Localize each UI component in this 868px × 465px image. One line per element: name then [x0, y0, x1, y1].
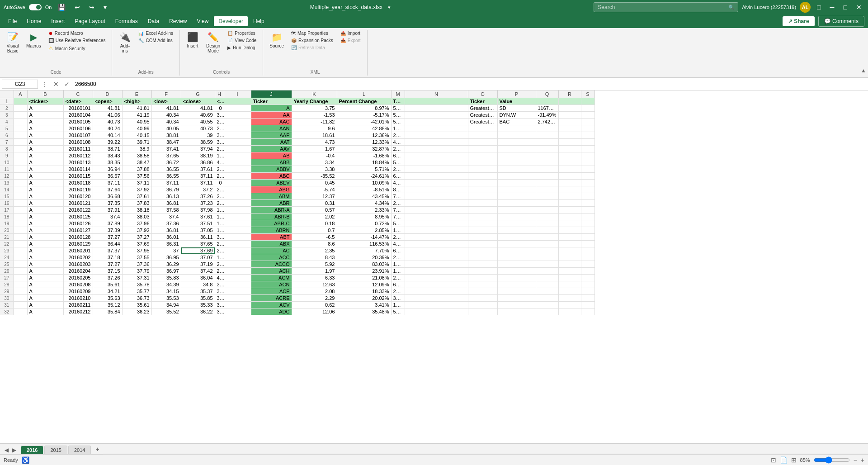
cell-31-B[interactable]: A	[27, 302, 63, 308]
cell-17-I[interactable]	[224, 207, 251, 214]
cell-7-I[interactable]	[224, 139, 251, 146]
cell-27-I[interactable]	[224, 275, 251, 281]
cell-8-Q[interactable]	[536, 146, 558, 152]
cell-22-J[interactable]: ABX	[251, 241, 292, 247]
cell-21-J[interactable]: ABT	[251, 234, 292, 241]
cell-22-B[interactable]: A	[27, 241, 63, 247]
cell-20-F[interactable]: 36.81	[151, 227, 181, 234]
cell-5-O[interactable]	[468, 125, 497, 132]
menu-file[interactable]: File	[4, 16, 21, 26]
cell-27-L[interactable]: 21.08%	[337, 275, 391, 281]
record-macro-button[interactable]: ⏺ Record Macro	[46, 30, 108, 37]
cell-24-D[interactable]: 37.18	[93, 254, 122, 261]
cell-17-B[interactable]: A	[27, 207, 63, 214]
cell-18-A[interactable]	[14, 214, 27, 220]
cell-7-G[interactable]: 38.59	[181, 139, 215, 146]
cell-1-P[interactable]: Value	[497, 98, 536, 105]
cell-22-P[interactable]	[497, 241, 536, 247]
cell-20-P[interactable]	[497, 227, 536, 234]
cell-2-O[interactable]: Greatest % Increase	[468, 105, 497, 112]
col-header-G[interactable]: G	[181, 90, 215, 98]
cell-9-M[interactable]: 64736300	[391, 152, 405, 159]
cell-4-I[interactable]	[224, 119, 251, 125]
cell-1-B[interactable]: <ticker>	[27, 98, 63, 105]
page-break-btn[interactable]: ⊞	[791, 456, 797, 464]
cell-24-R[interactable]	[558, 254, 581, 261]
sheet-tab-2016[interactable]: 2016	[21, 446, 43, 454]
cell-28-A[interactable]	[14, 281, 27, 288]
cell-12-O[interactable]	[468, 173, 497, 180]
row-number[interactable]: 24	[0, 254, 14, 261]
cell-29-G[interactable]: 35.37	[181, 288, 215, 295]
normal-view-btn[interactable]: ⊡	[771, 456, 776, 464]
cell-4-J[interactable]: AAC	[251, 119, 292, 125]
cell-10-D[interactable]: 38.35	[93, 159, 122, 166]
cell-31-Q[interactable]	[536, 302, 558, 308]
add-ins-button[interactable]: 🔌 Add-ins	[116, 30, 134, 55]
ribbon-display-btn[interactable]: □	[814, 3, 823, 12]
cell-8-E[interactable]: 38.9	[122, 146, 151, 152]
cell-15-H[interactable]: 2469000	[215, 193, 224, 200]
cell-29-B[interactable]: A	[27, 288, 63, 295]
cell-9-A[interactable]	[14, 152, 27, 159]
cell-13-B[interactable]: A	[27, 180, 63, 186]
cell-2-J[interactable]: A	[251, 105, 292, 112]
cell-31-H[interactable]: 3224000	[215, 302, 224, 308]
cell-5-R[interactable]	[558, 125, 581, 132]
row-number[interactable]: 14	[0, 186, 14, 193]
cell-13-E[interactable]: 37.11	[122, 180, 151, 186]
col-header-K[interactable]: K	[292, 90, 337, 98]
cell-8-J[interactable]: AAV	[251, 146, 292, 152]
cell-4-K[interactable]: -11.82	[292, 119, 337, 125]
cell-14-Q[interactable]	[536, 186, 558, 193]
row-number[interactable]: 20	[0, 227, 14, 234]
cell-5-Q[interactable]	[536, 125, 558, 132]
cell-11-D[interactable]: 36.94	[93, 166, 122, 173]
row-number[interactable]: 2	[0, 105, 14, 112]
cell-4-B[interactable]: A	[27, 119, 63, 125]
cell-25-N[interactable]	[405, 261, 468, 268]
cell-25-B[interactable]: A	[27, 261, 63, 268]
cell-22-D[interactable]: 36.44	[93, 241, 122, 247]
cell-29-O[interactable]	[468, 288, 497, 295]
cell-27-D[interactable]: 37.26	[93, 275, 122, 281]
cell-24-I[interactable]	[224, 254, 251, 261]
cell-27-O[interactable]	[468, 275, 497, 281]
cell-25-Q[interactable]	[536, 261, 558, 268]
cell-30-R[interactable]	[558, 295, 581, 302]
cell-3-F[interactable]: 40.34	[151, 112, 181, 119]
cell-8-F[interactable]: 37.41	[151, 146, 181, 152]
cell-28-D[interactable]: 35.61	[93, 281, 122, 288]
cell-31-A[interactable]	[14, 302, 27, 308]
cell-10-I[interactable]	[224, 159, 251, 166]
cell-24-L[interactable]: 20.39%	[337, 254, 391, 261]
properties-button[interactable]: 📋 Properties	[225, 30, 259, 37]
excel-add-ins-button[interactable]: 📊 Excel Add-ins	[136, 30, 176, 37]
cell-19-H[interactable]: 1755000	[215, 220, 224, 227]
undo-button[interactable]: ↩	[72, 3, 83, 12]
cell-24-N[interactable]	[405, 254, 468, 261]
cell-10-Q[interactable]	[536, 159, 558, 166]
cell-9-L[interactable]: -1.68%	[337, 152, 391, 159]
cell-10-R[interactable]	[558, 159, 581, 166]
cell-28-Q[interactable]	[536, 281, 558, 288]
cell-25-P[interactable]	[497, 261, 536, 268]
cell-32-A[interactable]	[14, 308, 27, 315]
cell-30-M[interactable]: 35062000	[391, 295, 405, 302]
cell-22-M[interactable]: 4996990800	[391, 241, 405, 247]
cell-5-A[interactable]	[14, 125, 27, 132]
col-header-F[interactable]: F	[151, 90, 181, 98]
cell-8-I[interactable]	[224, 146, 251, 152]
cell-21-N[interactable]	[405, 234, 468, 241]
cell-26-D[interactable]: 37.15	[93, 268, 122, 275]
cell-14-P[interactable]	[497, 186, 536, 193]
cell-6-R[interactable]	[558, 132, 581, 139]
cell-18-K[interactable]: 2.02	[292, 214, 337, 220]
cell-23-I[interactable]	[224, 247, 251, 254]
cell-7-O[interactable]	[468, 139, 497, 146]
cell-19-J[interactable]: ABR-C	[251, 220, 292, 227]
cell-15-F[interactable]: 36.13	[151, 193, 181, 200]
cell-10-S[interactable]	[581, 159, 594, 166]
cell-32-Q[interactable]	[536, 308, 558, 315]
row-number[interactable]: 7	[0, 139, 14, 146]
